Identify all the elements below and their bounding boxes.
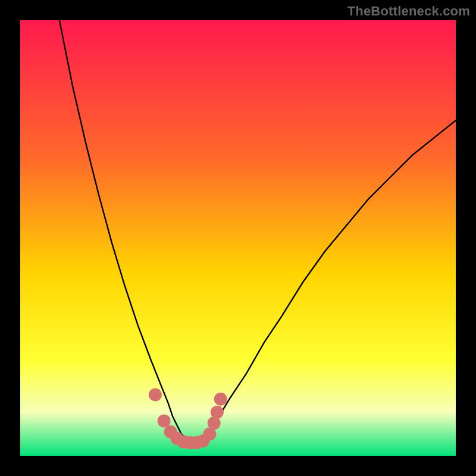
plot-area xyxy=(20,20,456,456)
marker-point xyxy=(211,406,224,419)
gradient-background xyxy=(20,20,456,456)
marker-point xyxy=(158,414,171,427)
chart-svg xyxy=(20,20,456,456)
attribution-label: TheBottleneck.com xyxy=(347,4,470,19)
marker-point xyxy=(214,393,227,406)
marker-point xyxy=(149,389,162,402)
chart-frame: TheBottleneck.com xyxy=(0,0,476,476)
